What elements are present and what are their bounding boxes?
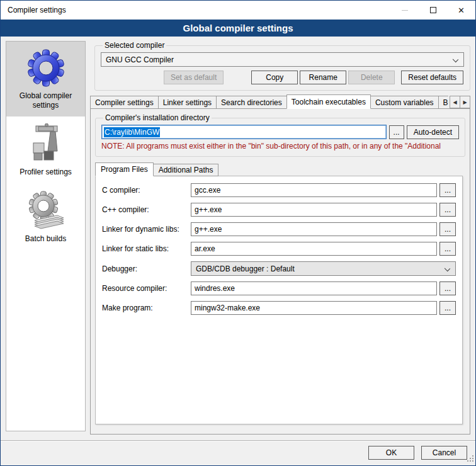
selected-compiler-legend: Selected compiler [103, 41, 166, 50]
selected-path-text: C:\raylib\MinGW [104, 127, 160, 137]
dynamic-linker-label: Linker for dynamic libs: [102, 225, 191, 234]
triangle-left-icon: ◀ [453, 99, 456, 105]
sidebar-item-label: Global compiler settings [9, 91, 82, 110]
tab-linker-settings[interactable]: Linker settings [158, 96, 217, 109]
sidebar-item-profiler-settings[interactable]: Profiler settings [6, 118, 85, 183]
rename-button[interactable]: Rename [300, 71, 346, 84]
maximize-button[interactable] [419, 1, 447, 20]
sidebar-item-batch-builds[interactable]: Batch builds [6, 185, 85, 250]
tab-scroll-left-button[interactable]: ◀ [450, 96, 460, 108]
chevron-down-icon [445, 266, 450, 271]
selected-compiler-group: Selected compiler GNU GCC Compiler Set a… [94, 41, 470, 91]
sidebar-item-global-compiler-settings[interactable]: Global compiler settings [6, 42, 85, 116]
tab-search-directories[interactable]: Search directories [216, 96, 287, 109]
dialog-body: Global compiler settings [1, 37, 475, 440]
tab-program-files[interactable]: Program Files [95, 162, 154, 176]
static-linker-browse-button[interactable]: ... [439, 242, 456, 256]
c-compiler-label: C compiler: [102, 186, 191, 195]
copy-button[interactable]: Copy [251, 71, 298, 84]
static-linker-label: Linker for static libs: [102, 244, 191, 253]
cpp-compiler-row: C++ compiler: ... [102, 203, 456, 217]
dialog-banner: Global compiler settings [1, 20, 475, 37]
minimize-icon [402, 10, 408, 11]
make-program-browse-button[interactable]: ... [439, 301, 456, 315]
dynamic-linker-input[interactable] [191, 222, 437, 236]
sidebar-item-label: Profiler settings [9, 168, 82, 177]
static-linker-row: Linker for static libs: ... [102, 242, 456, 256]
dynamic-linker-row: Linker for dynamic libs: ... [102, 222, 456, 236]
c-compiler-browse-button[interactable]: ... [439, 183, 456, 197]
cpp-compiler-browse-button[interactable]: ... [439, 203, 456, 217]
program-files-tabstrip: Program Files Additional Paths [95, 162, 465, 176]
make-program-input[interactable] [191, 301, 437, 315]
resource-compiler-browse-button[interactable]: ... [439, 281, 456, 295]
debugger-select-value: GDB/CDB debugger : Default [196, 264, 295, 273]
c-compiler-input[interactable] [191, 183, 437, 197]
installation-directory-group: Compiler's installation directory C:\ray… [95, 113, 465, 157]
window-controls: ✕ [390, 1, 475, 20]
resource-compiler-row: Resource compiler: ... [102, 281, 456, 295]
cpp-compiler-label: C++ compiler: [102, 205, 191, 214]
tab-compiler-settings[interactable]: Compiler settings [90, 96, 159, 109]
cancel-button[interactable]: Cancel [421, 446, 467, 460]
reset-defaults-button[interactable]: Reset defaults [401, 71, 463, 84]
browse-directory-button[interactable]: ... [389, 125, 404, 139]
category-sidebar: Global compiler settings [6, 41, 86, 431]
debugger-label: Debugger: [102, 264, 191, 273]
compiler-select[interactable]: GNU GCC Compiler [101, 52, 464, 67]
dynamic-linker-browse-button[interactable]: ... [439, 222, 456, 236]
tab-additional-paths[interactable]: Additional Paths [153, 164, 219, 176]
ok-button[interactable]: OK [368, 446, 414, 460]
tab-scroll-right-button[interactable]: ▶ [460, 96, 470, 108]
installation-directory-legend: Compiler's installation directory [103, 113, 212, 122]
resize-grip[interactable] [467, 455, 474, 464]
tab-custom-variables[interactable]: Custom variables [370, 96, 439, 109]
minimize-button[interactable] [390, 1, 419, 20]
titlebar[interactable]: Compiler settings ✕ [1, 1, 475, 20]
compiler-buttons-row: Set as default Copy Rename Delete Reset … [101, 71, 464, 84]
dialog-footer: OK Cancel [1, 440, 475, 465]
caliper-icon [26, 123, 66, 164]
close-icon: ✕ [458, 6, 465, 14]
close-button[interactable]: ✕ [447, 1, 475, 20]
debugger-select[interactable]: GDB/CDB debugger : Default [191, 261, 456, 276]
installation-directory-input[interactable]: C:\raylib\MinGW [101, 125, 387, 139]
tab-toolchain-executables[interactable]: Toolchain executables [286, 94, 371, 109]
gray-gear-stack-icon [26, 190, 66, 230]
resource-compiler-input[interactable] [191, 281, 437, 295]
main-tabstrip: Compiler settings Linker settings Search… [90, 94, 470, 109]
triangle-right-icon: ▶ [463, 99, 467, 105]
make-program-label: Make program: [102, 304, 191, 312]
debugger-row: Debugger: GDB/CDB debugger : Default [102, 261, 456, 276]
tab-scroll-buttons: ◀ ▶ [448, 96, 470, 108]
compiler-settings-window: Compiler settings ✕ Global compiler sett… [0, 0, 476, 466]
static-linker-input[interactable] [191, 242, 437, 256]
compiler-select-value: GNU GCC Compiler [106, 55, 174, 64]
auto-detect-button[interactable]: Auto-detect [407, 125, 459, 139]
maximize-icon [430, 7, 436, 13]
delete-button[interactable]: Delete [348, 71, 395, 84]
c-compiler-row: C compiler: ... [102, 183, 456, 197]
main-panel: Selected compiler GNU GCC Compiler Set a… [90, 41, 470, 435]
bin-subdirectory-note: NOTE: All programs must exist either in … [101, 142, 459, 151]
sidebar-item-label: Batch builds [9, 234, 82, 244]
program-files-page: C compiler: ... C++ compiler: ... Linker… [95, 176, 463, 424]
blue-gear-icon [26, 47, 66, 88]
make-program-row: Make program: ... [102, 301, 456, 315]
resource-compiler-label: Resource compiler: [102, 284, 191, 293]
window-title: Compiler settings [1, 6, 66, 14]
cpp-compiler-input[interactable] [191, 203, 437, 217]
toolchain-executables-page: Compiler's installation directory C:\ray… [90, 108, 470, 435]
installation-directory-row: C:\raylib\MinGW ... Auto-detect [101, 125, 459, 139]
set-as-default-button[interactable]: Set as default [164, 71, 224, 84]
chevron-down-icon [453, 57, 458, 62]
